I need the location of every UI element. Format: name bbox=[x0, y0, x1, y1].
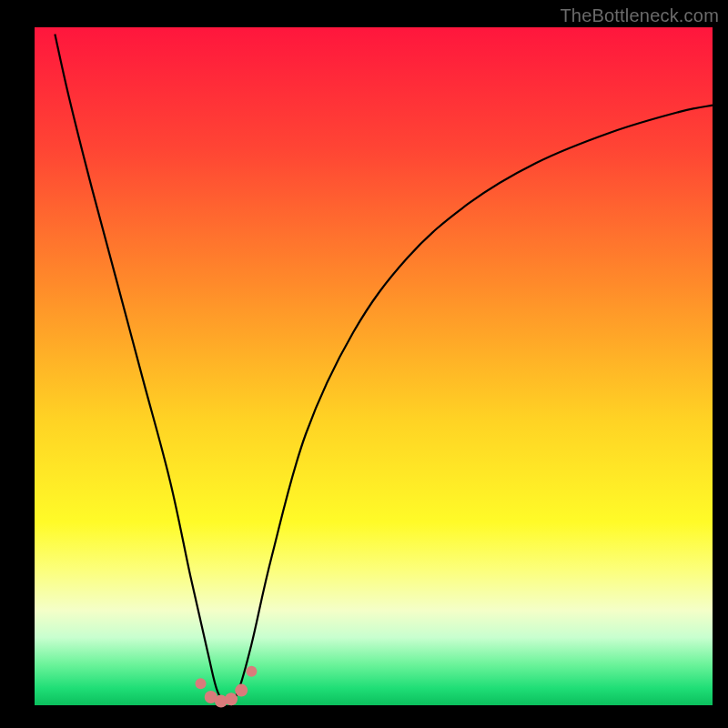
bottleneck-chart bbox=[0, 0, 728, 728]
marker-dot bbox=[225, 693, 238, 705]
marker-dot bbox=[235, 684, 248, 697]
marker-dot bbox=[196, 678, 207, 689]
watermark-text: TheBottleneck.com bbox=[560, 5, 719, 26]
marker-dot bbox=[246, 666, 257, 677]
plot-background bbox=[35, 27, 713, 705]
chart-container: TheBottleneck.com bbox=[0, 0, 728, 728]
